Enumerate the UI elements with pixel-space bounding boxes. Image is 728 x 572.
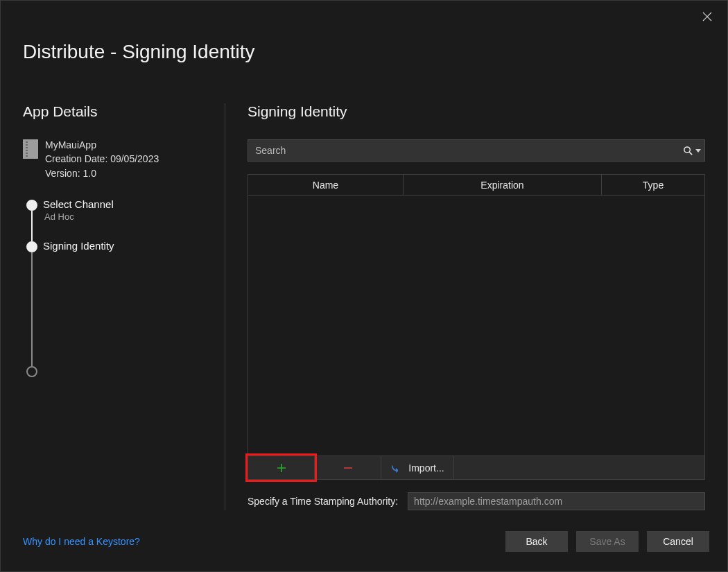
action-row-filler: [454, 456, 704, 479]
distribute-dialog: Distribute - Signing Identity App Detail…: [0, 0, 728, 572]
app-details-heading: App Details: [23, 103, 211, 120]
step-title: Select Channel: [43, 198, 211, 210]
table-action-row: Import...: [248, 456, 704, 479]
column-name[interactable]: Name: [248, 175, 404, 196]
app-block: MyMauiApp Creation Date: 09/05/2023 Vers…: [23, 138, 211, 180]
step-connector: [31, 211, 33, 241]
app-version: Version: 1.0: [45, 166, 159, 180]
keystore-help-link[interactable]: Why do I need a Keystore?: [23, 536, 140, 547]
signing-identity-heading: Signing Identity: [248, 103, 705, 120]
step-bullet-icon: [26, 200, 37, 211]
app-creation-date: Creation Date: 09/05/2023: [45, 152, 159, 166]
cancel-button[interactable]: Cancel: [647, 531, 709, 552]
wizard-steps: Select Channel Ad Hoc Signing Identity: [23, 198, 211, 377]
back-button[interactable]: Back: [505, 531, 568, 552]
import-label: Import...: [408, 462, 444, 474]
right-pane: Signing Identity Name Expiration Type: [225, 103, 705, 510]
svg-line-1: [689, 152, 692, 155]
archive-icon: [23, 139, 38, 159]
step-connector: [31, 252, 33, 366]
footer-buttons: Back Save As Cancel: [505, 531, 709, 552]
plus-icon: [277, 463, 286, 473]
search-icon: [683, 146, 693, 156]
tsa-input[interactable]: [408, 492, 705, 510]
import-identity-button[interactable]: Import...: [381, 456, 454, 479]
close-button[interactable]: [700, 9, 715, 24]
dialog-body: App Details MyMauiApp Creation Date: 09/…: [23, 103, 705, 510]
table-header: Name Expiration Type: [248, 175, 704, 196]
app-text: MyMauiApp Creation Date: 09/05/2023 Vers…: [45, 138, 159, 180]
svg-point-0: [684, 146, 690, 152]
add-identity-button[interactable]: [248, 456, 315, 479]
column-expiration[interactable]: Expiration: [404, 175, 602, 196]
search-wrap: [248, 139, 705, 162]
app-name: MyMauiApp: [45, 138, 159, 152]
step-bullet-icon: [26, 366, 37, 377]
save-as-button: Save As: [576, 531, 639, 552]
minus-icon: [343, 463, 353, 473]
column-type[interactable]: Type: [602, 175, 704, 196]
step-future: [26, 365, 211, 377]
table-body[interactable]: [248, 196, 704, 456]
step-title: Signing Identity: [43, 240, 211, 252]
step-subtitle: Ad Hoc: [43, 211, 211, 222]
step-select-channel[interactable]: Select Channel Ad Hoc: [26, 198, 211, 240]
left-pane: App Details MyMauiApp Creation Date: 09/…: [23, 103, 225, 510]
remove-identity-button[interactable]: [315, 456, 381, 479]
tsa-label: Specify a Time Stamping Authority:: [248, 496, 398, 507]
chevron-down-icon: [695, 149, 701, 153]
identity-table: Name Expiration Type Import...: [248, 174, 705, 480]
close-icon: [702, 12, 712, 21]
tsa-row: Specify a Time Stamping Authority:: [248, 492, 705, 510]
search-input[interactable]: [248, 140, 679, 161]
dialog-footer: Why do I need a Keystore? Back Save As C…: [23, 531, 709, 552]
search-dropdown-button[interactable]: [679, 146, 704, 156]
dialog-title: Distribute - Signing Identity: [1, 1, 727, 63]
import-arrow-icon: [390, 463, 403, 473]
step-bullet-icon: [26, 241, 37, 252]
step-signing-identity[interactable]: Signing Identity: [26, 240, 211, 365]
